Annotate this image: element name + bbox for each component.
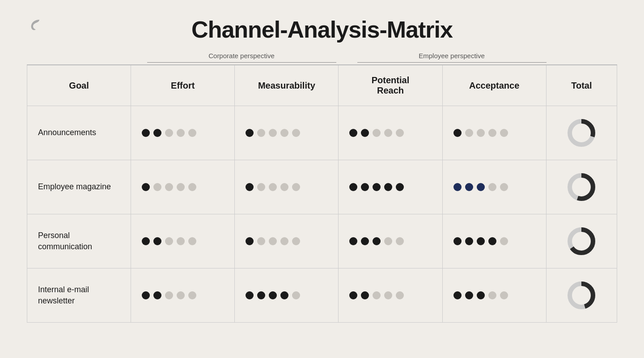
dot-0 [349,237,357,245]
dot-1 [153,237,161,245]
dots-potential [349,237,431,245]
cell-measurability-0 [235,106,339,160]
cell-acceptance-2 [442,214,546,268]
dots-acceptance [453,183,535,191]
dot-4 [396,237,404,245]
col-total: Total [546,65,617,106]
dot-4 [188,237,196,245]
analysis-matrix-table: Goal Effort Measurability PotentialReach… [27,64,617,323]
cell-measurability-2 [235,214,339,268]
dots-acceptance [453,129,535,137]
dot-0 [453,129,462,137]
dot-2 [477,291,485,299]
cell-total-0 [546,106,617,160]
dot-4 [292,183,300,191]
dot-3 [177,129,185,137]
dot-1 [465,129,473,137]
dots-acceptance [453,237,535,245]
dot-2 [269,183,277,191]
dot-1 [361,183,369,191]
dot-0 [142,129,150,137]
cell-acceptance-0 [442,106,546,160]
dot-4 [188,129,196,137]
dot-2 [373,237,381,245]
dots-effort [142,291,224,299]
dots-potential [349,291,431,299]
table-row: Internal e-mail newsletter [27,268,617,323]
dot-2 [373,183,381,191]
dot-0 [246,291,254,299]
cell-total-1 [546,160,617,214]
dot-3 [280,237,288,245]
dot-3 [488,291,496,299]
dot-0 [142,237,150,245]
dot-3 [384,183,392,191]
cell-goal-1: Employee magazine [27,160,131,214]
dots-measurability [246,291,327,299]
donut-svg [567,227,596,256]
employee-line [357,62,547,63]
employee-perspective: Employee perspective [347,52,557,63]
dot-0 [142,183,150,191]
dot-1 [465,291,473,299]
cell-potential-3 [339,268,442,323]
dot-0 [142,291,150,299]
header: Channel-Analysis-Matrix [0,0,644,52]
dot-1 [257,291,265,299]
dot-4 [292,237,300,245]
cell-potential-0 [339,106,442,160]
donut-svg [567,173,596,201]
dot-3 [177,291,185,299]
corporate-line [147,62,336,63]
table-row: Personal communication [27,214,617,268]
dot-3 [384,237,392,245]
dot-1 [153,129,161,137]
dots-effort [142,183,224,191]
dot-2 [165,183,173,191]
donut-container [557,281,606,310]
perspective-labels: Corporate perspective Employee perspecti… [0,52,644,63]
dot-4 [396,291,404,299]
table-body: AnnouncementsEmployee magazinePersonal c… [27,106,617,323]
dot-1 [465,237,473,245]
dot-0 [246,129,254,137]
dot-2 [165,237,173,245]
employee-label: Employee perspective [419,52,485,60]
dot-0 [246,237,254,245]
dot-1 [361,291,369,299]
donut-container [557,227,606,256]
dot-2 [477,129,485,137]
col-potential-reach: PotentialReach [339,65,442,106]
cell-potential-2 [339,214,442,268]
cell-goal-2: Personal communication [27,214,131,268]
dots-potential [349,183,431,191]
dot-0 [453,183,462,191]
dot-1 [257,183,265,191]
dot-3 [488,129,496,137]
cell-acceptance-3 [442,268,546,323]
page-title: Channel-Analysis-Matrix [27,16,617,43]
corporate-label: Corporate perspective [208,52,275,60]
dot-3 [177,183,185,191]
dot-4 [500,237,508,245]
dot-4 [500,129,508,137]
dot-1 [465,183,473,191]
dot-1 [257,237,265,245]
cell-effort-3 [131,268,235,323]
dots-measurability [246,237,327,245]
dot-2 [373,291,381,299]
col-effort: Effort [131,65,235,106]
dot-1 [257,129,265,137]
dot-4 [396,183,404,191]
dot-3 [177,237,185,245]
dots-measurability [246,183,327,191]
dot-2 [477,183,485,191]
dot-4 [292,291,300,299]
dot-2 [269,291,277,299]
cell-measurability-3 [235,268,339,323]
header-row: Goal Effort Measurability PotentialReach… [27,65,617,106]
dot-3 [488,237,496,245]
dot-4 [396,129,404,137]
dot-4 [500,183,508,191]
cell-goal-3: Internal e-mail newsletter [27,268,131,323]
